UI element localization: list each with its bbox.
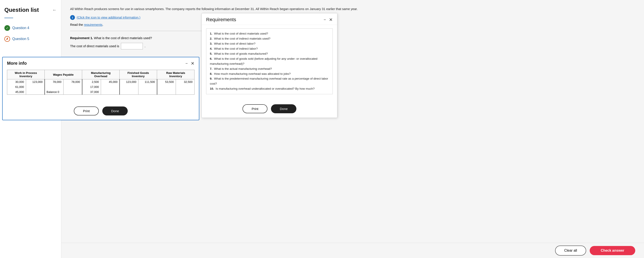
more-info-modal: More info − ✕ Work in ProcessInventory W… <box>2 57 199 120</box>
table-row: 45,000 Balance 0 37,000 <box>7 89 194 95</box>
requirements-modal-footer: Print Done <box>202 102 337 118</box>
sidebar-item-question5-label: Question 5 <box>12 37 29 41</box>
sidebar-item-question4[interactable]: ✓ Question 4 <box>0 22 61 33</box>
requirements-list: 1. What is the cost of direct materials … <box>206 28 333 94</box>
question4-check-icon: ✓ <box>4 25 10 31</box>
rm-row1-right: 32,500 <box>176 79 194 85</box>
requirements-modal-controls: − ✕ <box>324 17 333 22</box>
list-item: 7. What is the actual manufacturing over… <box>210 66 329 72</box>
read-requirements-row: Read the requirements. <box>70 23 635 26</box>
mfg-row1-left: 2,500 <box>82 79 101 85</box>
more-info-modal-footer: Print Done <box>3 104 199 120</box>
fg-row2-right <box>138 84 157 89</box>
list-item: 9. What is the predetermined manufacturi… <box>210 76 329 86</box>
fg-row1-left: 123,000 <box>120 79 138 85</box>
answer-suffix: . <box>144 44 146 48</box>
question5-partial-icon: ✗ <box>4 36 10 42</box>
wip-row2-left: 61,000 <box>7 84 26 89</box>
sidebar-item-question4-label: Question 4 <box>12 26 29 30</box>
fg-row3-left <box>120 89 138 95</box>
sidebar-title-text: Question list <box>4 6 39 13</box>
rm-row3-left <box>157 89 176 95</box>
list-item: 2. What is the cost of indirect material… <box>210 36 329 41</box>
more-info-modal-header: More info − ✕ <box>3 57 199 68</box>
more-info-print-button[interactable]: Print <box>74 107 99 116</box>
table-row: 61,000 17,000 <box>7 84 194 89</box>
requirements-link[interactable]: requirements <box>84 23 102 26</box>
requirement-title: Requirement 1. What is the cost of direc… <box>70 36 635 40</box>
sidebar-item-question5[interactable]: ✗ Question 5 <box>0 33 61 44</box>
sidebar-collapse-button[interactable]: ← <box>52 7 57 12</box>
question-text: All Within Reach produces screens for us… <box>70 6 399 11</box>
fg-row1-right: 111,500 <box>138 79 157 85</box>
wages-row3-left: Balance 0 <box>45 89 64 95</box>
wip-row2-right <box>26 84 45 89</box>
more-info-modal-controls: − ✕ <box>185 61 194 66</box>
answer-row: The cost of direct materials used is . <box>70 43 635 49</box>
wages-row2-right <box>63 84 82 89</box>
sidebar: Question list ← ✓ Question 4 ✗ Question … <box>0 0 61 258</box>
table-row: 30,000 123,000 78,000 78,000 2,500 45,00… <box>7 79 194 85</box>
mfg-row3-left: 37,000 <box>82 89 101 95</box>
wip-row3-left: 45,000 <box>7 89 26 95</box>
check-answer-button[interactable]: Check answer <box>590 246 635 255</box>
info-link-text[interactable]: (Click the icon to view additional infor… <box>77 16 140 19</box>
wip-row1-right: 123,000 <box>26 79 45 85</box>
wages-row1-left: 78,000 <box>45 79 64 85</box>
read-requirements-suffix: . <box>102 23 104 26</box>
rm-row1-left: 53,500 <box>157 79 176 85</box>
wages-row3-right <box>63 89 82 95</box>
col-rm-header: Raw MaterialsInventory <box>157 70 194 79</box>
list-item: 4. What is the cost of indirect labor? <box>210 46 329 51</box>
more-info-modal-title: More info <box>7 61 27 66</box>
requirements-modal: Requirements − ✕ 1. What is the cost of … <box>202 13 337 118</box>
fg-row2-left <box>120 84 138 89</box>
sidebar-header: Question list ← <box>0 4 61 18</box>
wip-row1-left: 30,000 <box>7 79 26 85</box>
mfg-row3-right <box>101 89 120 95</box>
requirement-question: What is the cost of direct materials use… <box>94 36 152 40</box>
wages-row2-left <box>45 84 64 89</box>
requirements-done-button[interactable]: Done <box>271 104 296 113</box>
fg-row3-right <box>138 89 157 95</box>
requirements-modal-title: Requirements <box>206 17 236 22</box>
col-fg-header: Finished GoodsInventory <box>120 70 157 79</box>
more-info-modal-body: Work in ProcessInventory Wages Payable M… <box>3 68 199 104</box>
more-info-done-button[interactable]: Done <box>102 107 128 116</box>
answer-input[interactable] <box>121 43 143 49</box>
col-mfg-header: ManufacturingOverhead <box>82 70 120 79</box>
requirement-section: Requirement 1. What is the cost of direc… <box>70 36 635 49</box>
rm-row3-right <box>176 89 194 95</box>
requirements-minimize-button[interactable]: − <box>324 18 326 22</box>
list-item: 1. What is the cost of direct materials … <box>210 31 329 36</box>
list-item: 5. What is the cost of goods manufacture… <box>210 51 329 56</box>
col-wages-header: Wages Payable <box>45 70 82 79</box>
requirements-close-button[interactable]: ✕ <box>329 17 333 22</box>
clear-all-button[interactable]: Clear all <box>555 246 586 256</box>
mfg-row2-right <box>101 84 120 89</box>
read-requirements-prefix: Read the <box>70 23 84 26</box>
requirements-print-button[interactable]: Print <box>242 104 268 113</box>
t-account-table: Work in ProcessInventory Wages Payable M… <box>7 70 194 95</box>
requirements-modal-header: Requirements − ✕ <box>202 13 337 25</box>
col-wip-header: Work in ProcessInventory <box>7 70 45 79</box>
wages-row1-right: 78,000 <box>63 79 82 85</box>
list-item: 10. Is manufacturing overhead underalloc… <box>210 86 329 91</box>
requirements-modal-body: 1. What is the cost of direct materials … <box>202 25 337 102</box>
list-item: 8. How much manufacturing overhead was a… <box>210 72 329 77</box>
bottom-buttons-bar: Clear all Check answer <box>61 243 644 258</box>
list-item: 3. What is the cost of direct labor? <box>210 41 329 46</box>
rm-row2-left <box>157 84 176 89</box>
mfg-row1-right: 45,000 <box>101 79 120 85</box>
list-item: 6. What is the cost of goods sold (befor… <box>210 56 329 66</box>
sidebar-divider <box>4 18 13 18</box>
requirement-label: Requirement 1. <box>70 36 93 40</box>
more-info-close-button[interactable]: ✕ <box>191 61 194 66</box>
info-icon[interactable]: i <box>70 15 75 20</box>
mfg-row2-left: 17,000 <box>82 84 101 89</box>
more-info-minimize-button[interactable]: − <box>185 61 188 65</box>
info-link-row: i (Click the icon to view additional inf… <box>70 15 635 20</box>
main-content: All Within Reach produces screens for us… <box>61 0 644 258</box>
rm-row2-right <box>176 84 194 89</box>
answer-prefix: The cost of direct materials used is <box>70 44 119 48</box>
